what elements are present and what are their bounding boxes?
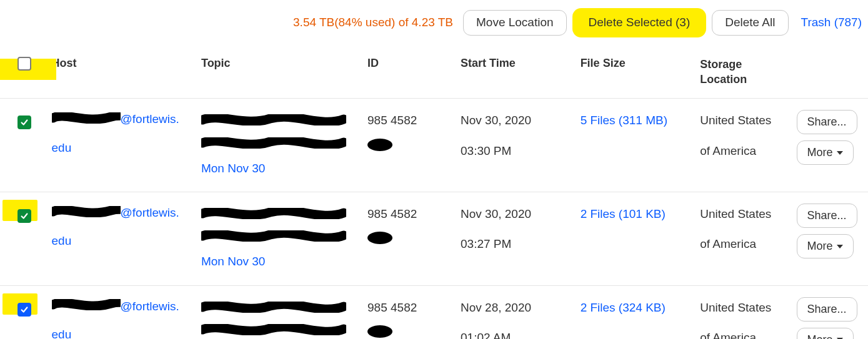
host-link[interactable]: edu	[52, 139, 191, 157]
trash-link[interactable]: Trash (787)	[801, 16, 862, 29]
chevron-down-icon	[837, 245, 843, 248]
storage-location: United States	[700, 110, 786, 131]
delete-all-button[interactable]: Delete All	[712, 10, 788, 36]
more-button[interactable]: More	[797, 140, 854, 165]
storage-location: of America	[700, 233, 786, 255]
start-time: 03:27 PM	[461, 233, 571, 255]
storage-location: United States	[700, 297, 786, 318]
redaction-scribble	[52, 111, 121, 129]
chevron-down-icon	[837, 151, 843, 155]
host-link[interactable]: @fortlewis.	[121, 300, 179, 313]
start-date: Nov 30, 2020	[461, 204, 571, 225]
redaction-scribble	[367, 231, 451, 252]
topic-date-link[interactable]: Mon Nov 30	[201, 158, 357, 179]
topic-date-link[interactable]: Mon Nov 30	[201, 251, 357, 272]
storage-location: of America	[700, 140, 786, 162]
meeting-id: 985 4582	[367, 114, 417, 127]
host-link[interactable]: @fortlewis.	[121, 206, 179, 219]
column-header-id[interactable]: ID	[362, 51, 456, 99]
redaction-scribble	[201, 205, 357, 226]
redaction-scribble	[201, 298, 357, 320]
row-checkbox[interactable]	[17, 115, 31, 129]
file-size-link[interactable]: 5 Files (311 MB)	[581, 114, 667, 127]
share-button[interactable]: Share...	[797, 204, 857, 228]
redaction-scribble	[367, 325, 451, 339]
row-checkbox[interactable]	[17, 303, 31, 317]
host-link[interactable]: edu	[52, 232, 191, 250]
column-header-host[interactable]: Host	[47, 51, 196, 99]
column-header-start-time[interactable]: Start Time	[456, 51, 576, 99]
start-date: Nov 28, 2020	[461, 297, 571, 318]
meeting-id: 985 4582	[367, 301, 417, 314]
start-time: 01:02 AM	[461, 327, 571, 339]
share-button[interactable]: Share...	[797, 110, 857, 134]
start-time: 03:30 PM	[461, 140, 571, 162]
table-row: @fortlewis.eduMon Nov 30985 4582Nov 28, …	[0, 285, 868, 339]
column-header-topic[interactable]: Topic	[196, 51, 362, 99]
select-all-checkbox[interactable]	[17, 57, 31, 71]
table-row: @fortlewis.eduMon Nov 30985 4582Nov 30, …	[0, 192, 868, 286]
column-header-file-size[interactable]: File Size	[576, 51, 696, 99]
table-row: @fortlewis.eduMon Nov 30985 4582Nov 30, …	[0, 99, 868, 192]
redaction-scribble	[201, 134, 357, 155]
top-action-bar: 3.54 TB(84% used) of 4.23 TB Move Locati…	[0, 7, 868, 51]
share-button[interactable]: Share...	[797, 297, 857, 322]
column-header-storage-location[interactable]: StorageLocation	[695, 51, 791, 99]
redaction-scribble	[201, 321, 357, 339]
redaction-scribble	[52, 297, 121, 316]
host-link[interactable]: @fortlewis.	[121, 112, 179, 125]
more-button[interactable]: More	[797, 234, 854, 258]
redaction-scribble	[367, 138, 451, 159]
file-size-link[interactable]: 2 Files (324 KB)	[581, 301, 666, 314]
storage-location: United States	[700, 204, 786, 225]
host-link[interactable]: edu	[52, 325, 191, 339]
delete-selected-button[interactable]: Delete Selected (3)	[576, 10, 704, 36]
redaction-scribble	[201, 111, 357, 132]
move-location-button[interactable]: Move Location	[463, 10, 567, 36]
start-date: Nov 30, 2020	[461, 110, 571, 131]
more-button[interactable]: More	[797, 328, 854, 339]
recordings-table: Host Topic ID Start Time File Size Stora…	[0, 51, 868, 339]
storage-summary: 3.54 TB(84% used) of 4.23 TB	[293, 16, 453, 29]
file-size-link[interactable]: 2 Files (101 KB)	[581, 207, 666, 220]
row-checkbox[interactable]	[17, 209, 31, 223]
meeting-id: 985 4582	[367, 207, 417, 220]
redaction-scribble	[52, 204, 121, 223]
storage-location: of America	[700, 327, 786, 339]
redaction-scribble	[201, 227, 357, 248]
